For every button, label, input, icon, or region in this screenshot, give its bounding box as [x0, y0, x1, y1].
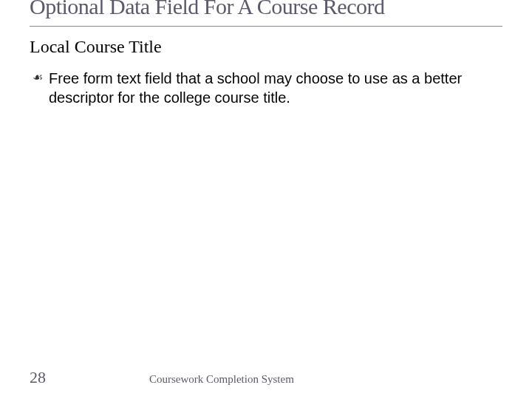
slide-title: Optional Data Field For A Course Record: [30, 0, 502, 20]
page-number: 28: [30, 368, 46, 387]
bullet-list: ☙ Free form text field that a school may…: [30, 69, 502, 107]
bullet-item: ☙ Free form text field that a school may…: [49, 69, 502, 107]
bullet-text: Free form text field that a school may c…: [49, 70, 462, 106]
subheading: Local Course Title: [30, 37, 502, 57]
footer-label: Coursework Completion System: [149, 373, 294, 386]
slide-container: Optional Data Field For A Course Record …: [0, 0, 532, 393]
footer: 28 Coursework Completion System: [30, 368, 502, 387]
bullet-marker-icon: ☙: [33, 70, 43, 86]
title-divider: [30, 26, 502, 27]
